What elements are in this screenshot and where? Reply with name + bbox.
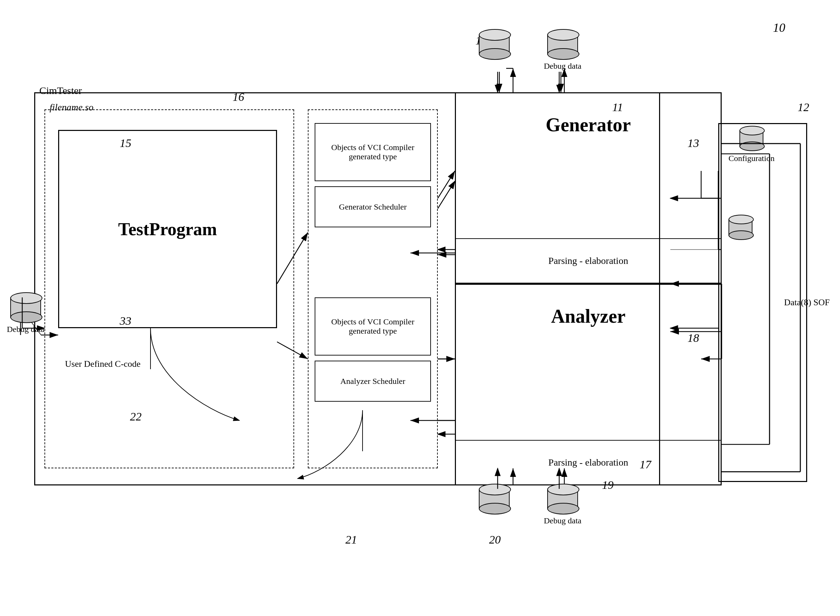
generator-parsing-label: Parsing - elaboration: [548, 255, 628, 266]
top-right-cylinder: Debug data: [544, 34, 582, 71]
analyzer-label: Analyzer: [551, 306, 626, 327]
ref-17: 17: [640, 458, 651, 471]
analyzer-scheduler-box: Analyzer Scheduler: [315, 361, 431, 402]
generator-outer-box: Generator Parsing - elaboration: [455, 92, 722, 284]
ref18-cylinder: [728, 219, 752, 236]
left-debug-cylinder: Debug data: [7, 298, 44, 334]
top-left-cylinder: [479, 34, 510, 55]
ref-16: 16: [233, 91, 244, 104]
debug-data-top-right-label: Debug data: [544, 62, 582, 71]
generator-label: Generator: [546, 114, 631, 135]
generator-scheduler-box: Generator Scheduler: [315, 186, 431, 227]
generator-scheduler-label: Generator Scheduler: [339, 202, 407, 211]
filename-label: filename.so: [50, 102, 93, 113]
ref-10: 10: [773, 21, 785, 35]
generator-parsing-bar: Parsing - elaboration: [456, 238, 721, 283]
ref-19: 19: [602, 478, 614, 491]
ref-12: 12: [797, 101, 809, 114]
debug-data-left-label: Debug data: [7, 325, 44, 334]
debug-data-bottom-label: Debug data: [544, 516, 582, 525]
ref-21: 21: [345, 533, 357, 546]
testprogram-label: TestProgram: [118, 219, 217, 239]
analyzer-scheduler-label: Analyzer Scheduler: [340, 377, 405, 386]
data-sof-label: Data(8) SOF: [784, 298, 830, 308]
ref-13: 13: [687, 137, 699, 150]
ref-15: 15: [120, 137, 131, 150]
user-defined-label: User Defined C-code: [65, 359, 141, 369]
bottom-left-cylinder: [479, 489, 510, 509]
ref-20: 20: [489, 533, 501, 546]
configuration-cylinder: Configuration: [728, 130, 775, 163]
objects-vci-1-box: Objects of VCI Compiler generated type: [315, 123, 431, 181]
ref-18: 18: [687, 331, 699, 345]
analyzer-parsing-label: Parsing - elaboration: [548, 457, 628, 468]
analyzer-outer-box: Analyzer Parsing - elaboration: [455, 284, 722, 485]
bottom-right-cylinder: Debug data: [544, 489, 582, 525]
ref-22: 22: [130, 410, 142, 423]
testprogram-box: TestProgram: [58, 130, 277, 328]
analyzer-parsing-bar: Parsing - elaboration: [456, 440, 721, 484]
ref-33: 33: [120, 314, 131, 327]
objects-vci-2-box: Objects of VCI Compiler generated type: [315, 298, 431, 355]
objects-vci-1-label: Objects of VCI Compiler generated type: [318, 143, 427, 161]
diagram: 10 CimTester filename.so TestProgram Use…: [0, 0, 840, 616]
ref-11: 11: [612, 101, 623, 114]
objects-vci-2-label: Objects of VCI Compiler generated type: [318, 317, 427, 336]
